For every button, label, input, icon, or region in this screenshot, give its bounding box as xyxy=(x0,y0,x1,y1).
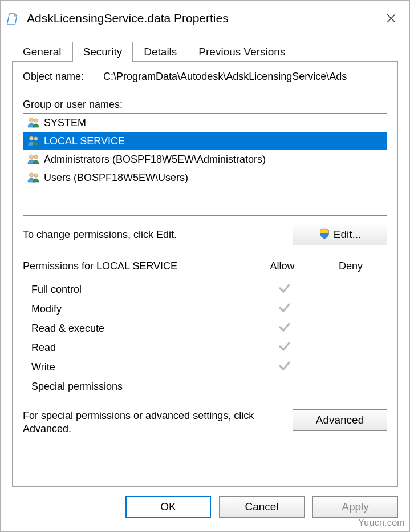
permission-allow xyxy=(253,359,316,376)
window-title: AdskLicensingService.data Properties xyxy=(27,11,382,25)
permission-row: Modify xyxy=(23,299,387,319)
apply-button: Apply xyxy=(312,496,398,518)
group-item-label: LOCAL SERVICE xyxy=(44,135,125,147)
svg-point-5 xyxy=(34,155,38,159)
permission-name: Write xyxy=(31,361,253,373)
ok-button[interactable]: OK xyxy=(125,496,211,518)
permission-row: Read xyxy=(23,338,387,357)
permission-allow xyxy=(253,340,316,356)
cancel-button[interactable]: Cancel xyxy=(219,496,305,518)
object-name-value: C:\ProgramData\Autodesk\AdskLicensingSer… xyxy=(103,71,347,83)
file-icon xyxy=(6,11,21,26)
checkmark-icon xyxy=(278,281,291,298)
group-item[interactable]: LOCAL SERVICE xyxy=(23,132,387,150)
tab-general[interactable]: General xyxy=(12,42,72,62)
properties-dialog: AdskLicensingService.data Properties Gen… xyxy=(0,0,410,532)
svg-point-3 xyxy=(34,137,38,140)
group-item-label: Administrators (BOSPF18W5EW\Administrato… xyxy=(44,154,266,166)
users-icon xyxy=(27,135,40,147)
permission-allow xyxy=(253,320,316,337)
permission-name: Read xyxy=(31,342,253,354)
permissions-title: Permissions for LOCAL SERVICE xyxy=(23,260,248,272)
permission-allow xyxy=(253,281,316,298)
object-name-row: Object name: C:\ProgramData\Autodesk\Ads… xyxy=(23,71,387,83)
allow-header: Allow xyxy=(248,260,316,272)
svg-point-2 xyxy=(29,136,33,140)
shield-icon xyxy=(319,228,330,242)
permission-name: Full control xyxy=(31,284,253,296)
checkmark-icon xyxy=(278,320,291,337)
tab-security[interactable]: Security xyxy=(72,42,133,62)
svg-point-7 xyxy=(34,174,38,177)
edit-hint-text: To change permissions, click Edit. xyxy=(23,229,177,241)
edit-button-label: Edit... xyxy=(334,228,362,241)
permission-row: Write xyxy=(23,357,387,377)
tab-previous-versions[interactable]: Previous Versions xyxy=(188,42,296,62)
advanced-button-label: Advanced xyxy=(316,414,364,426)
permission-name: Modify xyxy=(31,303,253,315)
group-list-label: Group or user names: xyxy=(23,99,387,111)
object-name-label: Object name: xyxy=(23,71,84,83)
titlebar: AdskLicensingService.data Properties xyxy=(1,1,409,37)
group-user-list[interactable]: SYSTEM LOCAL SERVICE Administrators (BOS… xyxy=(23,113,387,216)
group-item[interactable]: SYSTEM xyxy=(23,114,387,132)
permission-row: Read & execute xyxy=(23,319,387,338)
users-icon xyxy=(27,153,40,166)
svg-point-1 xyxy=(34,119,38,122)
tab-details[interactable]: Details xyxy=(133,42,188,62)
users-icon xyxy=(27,116,40,129)
checkmark-icon xyxy=(278,340,291,356)
checkmark-icon xyxy=(278,359,291,376)
dialog-button-row: OK Cancel Apply xyxy=(1,487,409,531)
svg-point-4 xyxy=(29,155,33,159)
deny-header: Deny xyxy=(316,260,385,272)
group-item[interactable]: Users (BOSPF18W5EW\Users) xyxy=(23,168,387,187)
permission-name: Read & execute xyxy=(31,323,253,334)
group-item-label: Users (BOSPF18W5EW\Users) xyxy=(44,172,188,184)
tabstrip: General Security Details Previous Versio… xyxy=(12,42,398,62)
permissions-header: Permissions for LOCAL SERVICE Allow Deny xyxy=(23,260,387,272)
advanced-hint-text: For special permissions or advanced sett… xyxy=(23,409,262,436)
permission-row: Special permissions xyxy=(23,377,387,396)
checkmark-icon xyxy=(278,301,291,317)
security-tab-panel: Object name: C:\ProgramData\Autodesk\Ads… xyxy=(12,61,398,487)
svg-point-0 xyxy=(29,118,33,122)
permission-row: Full control xyxy=(23,280,387,299)
advanced-button[interactable]: Advanced xyxy=(293,409,387,431)
apply-button-label: Apply xyxy=(342,501,369,513)
cancel-button-label: Cancel xyxy=(245,501,278,513)
svg-point-6 xyxy=(29,173,33,177)
permissions-list: Full controlModifyRead & executeReadWrit… xyxy=(23,275,387,401)
ok-button-label: OK xyxy=(160,501,176,513)
group-item-label: SYSTEM xyxy=(44,117,86,129)
close-button[interactable] xyxy=(382,9,400,27)
advanced-hint-row: For special permissions or advanced sett… xyxy=(23,409,387,436)
edit-hint-row: To change permissions, click Edit. Edit.… xyxy=(23,224,387,245)
users-icon xyxy=(27,171,40,184)
permission-allow xyxy=(253,301,316,317)
edit-button[interactable]: Edit... xyxy=(293,224,387,245)
group-item[interactable]: Administrators (BOSPF18W5EW\Administrato… xyxy=(23,150,387,168)
permission-name: Special permissions xyxy=(31,381,253,393)
